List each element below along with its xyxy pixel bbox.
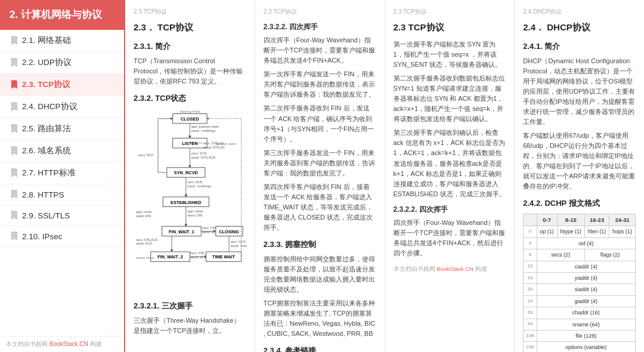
panel3-body1: 第一次握手客户端标志发 SYN 置为1，报机产生一个值 seq=x ，并将该 S… — [394, 39, 506, 70]
svg-text:recv: FIN,ACK: recv: FIN,ACK — [136, 238, 158, 242]
tcp-state-diagram: CLOSED Starting Point app: passive open … — [134, 110, 246, 294]
panel2-handshake-body1: 四次挥手（Four-Way Wavehand）指断开一个TCP连接时，需要客户端… — [264, 35, 376, 66]
panel4-sub1-title: 2.4.1. 简介 — [523, 41, 636, 53]
panel1-sub3-title: 2.3.2.1. 三次握手 — [134, 300, 246, 313]
panel2-breadcrumb: 2.3 TCP协议 — [264, 7, 376, 17]
svg-text:FIN_WAIT_1: FIN_WAIT_1 — [169, 229, 194, 234]
panel4-breadcrumb: 2.4 DHCP协议 — [523, 7, 636, 17]
dhcp-table: 0-78-1516-2324-310op (1)htype (1)hlen (1… — [523, 214, 636, 352]
sidebar-item-https[interactable]: 2.8. HTTPS — [0, 184, 124, 205]
svg-text:recv: RST: recv: RST — [138, 153, 154, 157]
panel2-congestion-title: 2.3.3. 拥塞控制 — [264, 239, 376, 251]
svg-text:active close: active close — [136, 256, 154, 260]
svg-text:ESTABLISHED: ESTABLISHED — [171, 199, 202, 205]
panel2-congestion-body2: TCP拥塞控制算法主要采用以来各多种拥塞策略来增减发生了, TCP的拥塞算法有已… — [264, 298, 376, 339]
svg-text:LISTEN: LISTEN — [182, 141, 197, 146]
bookmark-icon — [10, 36, 18, 45]
panel1-sub2-title: 2.3.2. TCP状态 — [134, 92, 246, 105]
panel3-footer-text: 本文档由书栈网 — [394, 265, 435, 272]
svg-text:CLOSING: CLOSING — [219, 229, 239, 234]
bookmark-icon — [10, 146, 18, 156]
svg-text:SYN_RCVD: SYN_RCVD — [174, 170, 199, 175]
sidebar-item-label: 2.7. HTTP标准 — [22, 168, 76, 178]
main-content: 2.3 TCP协议 2.3． TCP协议 2.3.1. 简介 TCP（Trans… — [125, 0, 644, 352]
svg-text:send: <nothing>: send: <nothing> — [191, 129, 216, 132]
svg-text:TIME WAIT: TIME WAIT — [212, 254, 236, 260]
svg-text:send: <nothing>: send: <nothing> — [230, 244, 246, 248]
bookmark-icon — [10, 58, 18, 67]
table-row: 108file (128) — [524, 330, 636, 341]
svg-text:app: close: app: close — [187, 209, 203, 213]
panel3-handshake4-body: 四次挥手（Four-Way Wavehand）指断开一个TCP连接时，需要客户端… — [394, 218, 506, 258]
svg-text:app: close: app: close — [136, 210, 151, 214]
panel-tcp-handshake: 2.3 TCP协议 2.3 TCP协议 第一次握手客户端标志发 SYN 置为1，… — [385, 0, 515, 352]
sidebar-item-label: 2.8. HTTPS — [22, 190, 64, 199]
table-row: 20siaddr (4) — [524, 284, 636, 295]
panel4-sub2-title: 2.4.2. DCHP 报文格式 — [523, 197, 636, 210]
sidebar-item-label: 2.5. 路由算法 — [22, 123, 71, 134]
panel3-body2: 第二次握手服务器收到数据包后标志位 SYN=1 知道客户端请求建立连接，服务器将… — [394, 73, 506, 124]
table-row: 0op (1)htype (1)hlen (1)hops (1) — [524, 226, 636, 237]
sidebar-item-net-basics[interactable]: 2.1. 网络基础 — [0, 30, 124, 52]
panel4-sub1-body2: 客户端默认使用67/udp，客户端使用68/udp，DHCP运行分为四个基本过程… — [523, 131, 636, 192]
sidebar-item-routing[interactable]: 2.5. 路由算法 — [0, 118, 124, 140]
panel1-sub1-body: TCP（Transmission Control Protocol，传输控制协议… — [134, 56, 246, 87]
panel3-footer-text2: 构建 — [475, 265, 487, 272]
sidebar-item-ssl[interactable]: 2.9. SSL/TLS — [0, 205, 124, 226]
sidebar-title: 2. 计算机网络与协议 — [10, 9, 102, 20]
panel3-footer-link[interactable]: BookStack.CN — [436, 265, 473, 272]
table-row: 236options (variable) — [524, 342, 636, 352]
sidebar-header: 2. 计算机网络与协议 — [0, 0, 124, 30]
svg-text:send: ACK: send: ACK — [190, 255, 206, 258]
bookmark-icon — [10, 190, 18, 199]
bookmark-icon — [10, 80, 18, 89]
svg-text:app: passive open: app: passive open — [191, 125, 219, 128]
svg-text:send: ACK: send: ACK — [136, 242, 152, 245]
panel2-handshake-body3: 第二次挥手服务器收到 FIN 后，发送一个 ACK 给客户端，确认序号为收到序号… — [264, 103, 376, 144]
panel3-body3: 第三次握手客户端收到确认后，检查 ack 信息有为 x+1，ACK 标志位是否为… — [394, 128, 506, 199]
panel1-sub1-title: 2.3.1. 简介 — [134, 41, 246, 53]
panel1-sub3-body: 三次握手（Three-Way Handshake）是指建立一个TCP连接时，立。 — [134, 316, 246, 336]
sidebar-item-tcp[interactable]: 2.3. TCP协议 — [0, 74, 124, 96]
panel3-intro-title: 2.3 TCP协议 — [394, 20, 506, 35]
svg-text:recv: SYN: recv: SYN — [191, 152, 207, 155]
sidebar-item-udp[interactable]: 2.2. UDP协议 — [0, 52, 124, 74]
sidebar: 2. 计算机网络与协议 2.1. 网络基础 2.2. UDP协议 2.3. — [0, 0, 125, 352]
sidebar-item-http[interactable]: 2.7. HTTP标准 — [0, 162, 124, 184]
table-row: 12ciaddr (4) — [524, 261, 636, 272]
bookmark-icon — [10, 168, 18, 178]
panel2-handshake-body5: 第四次挥手客户端收到 FIN 后，接着发送一个 ACK 给服务器，客户端进入 T… — [264, 182, 376, 233]
panel4-sub1-body: DHCP（Dynamic Host Configuration Protocol… — [523, 56, 636, 127]
sidebar-item-ipsec[interactable]: 2.10. IPsec — [0, 226, 124, 247]
sidebar-item-label: 2.1. 网络基础 — [22, 35, 71, 46]
table-row: 16yiaddr (4) — [524, 272, 636, 283]
table-row: 24giaddr (4) — [524, 295, 636, 307]
table-row: 28chaddr (16) — [524, 307, 636, 319]
svg-text:FIN_WAIT_2: FIN_WAIT_2 — [157, 254, 183, 260]
svg-text:recv: ACK: recv: ACK — [187, 180, 203, 184]
sidebar-item-label: 2.10. IPsec — [22, 232, 63, 241]
sidebar-item-label: 2.9. SSL/TLS — [22, 211, 70, 220]
svg-text:recv: ACK: recv: ACK — [230, 240, 246, 243]
svg-text:send: FIN: send: FIN — [136, 214, 151, 217]
panel1-breadcrumb: 2.3 TCP协议 — [134, 7, 246, 17]
panel3-footer: 本文档由书栈网 BookStack.CN 构建 — [394, 264, 506, 273]
panel2-refs-title: 2.3.4. 参考链接 — [264, 345, 376, 352]
sidebar-item-dhcp[interactable]: 2.4. DHCP协议 — [0, 96, 124, 118]
sidebar-item-label: 2.2. UDP协议 — [22, 57, 72, 68]
panel3-handshake4-title: 2.3.2.2. 四次挥手 — [394, 204, 506, 215]
panel2-handshake-title: 2.3.2.2. 四次挥手 — [264, 21, 376, 33]
panel3-breadcrumb: 2.3 TCP协议 — [394, 7, 506, 17]
svg-text:recv: FIN: recv: FIN — [202, 226, 216, 230]
svg-text:recv: SYN,AC: recv: SYN,AC — [203, 141, 224, 145]
panel2-congestion-body: 拥塞控制用给中间网交数量过多，使得服务质量不及处理，以致不起迅速分发完全数量网络… — [264, 254, 376, 295]
sidebar-footer-link[interactable]: BookStack.CN — [49, 341, 88, 347]
sidebar-item-dns[interactable]: 2.6. 域名系统 — [0, 140, 124, 162]
table-row: 4xid (4) — [524, 237, 636, 249]
table-row: 44sname (64) — [524, 319, 636, 330]
svg-text:CLOSED: CLOSED — [181, 116, 199, 122]
bookmark-icon — [10, 211, 18, 220]
sidebar-item-label: 2.6. 域名系统 — [22, 146, 71, 156]
sidebar-footer-text2: 构建 — [90, 341, 102, 347]
panel1-section-title: 2.3． TCP协议 — [134, 20, 246, 35]
